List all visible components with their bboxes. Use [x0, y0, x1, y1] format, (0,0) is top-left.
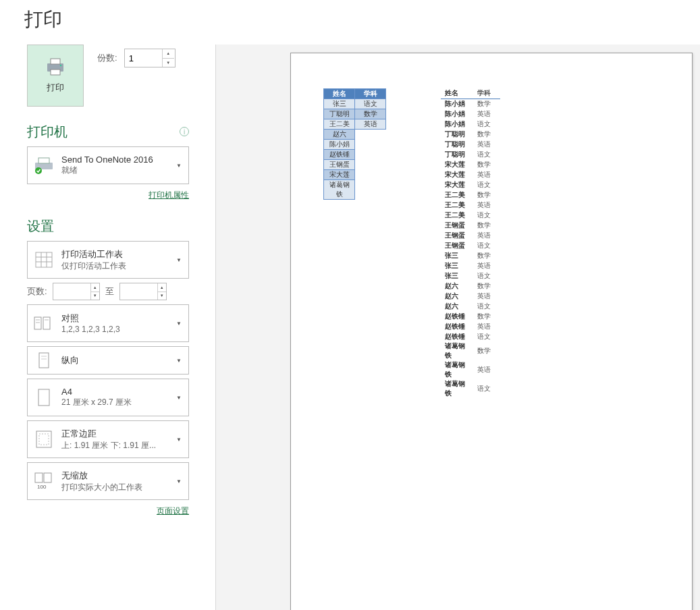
active-sheet-title: 打印活动工作表	[61, 248, 168, 260]
printer-device-icon	[33, 156, 55, 175]
print-active-sheets-dropdown[interactable]: 打印活动工作表 仅打印活动工作表 ▼	[27, 241, 189, 279]
printer-icon	[45, 58, 66, 78]
scaling-dropdown[interactable]: 100 无缩放 打印实际大小的工作表 ▼	[27, 462, 189, 500]
settings-section-title: 设置	[27, 217, 189, 235]
orientation-title: 纵向	[61, 354, 168, 366]
svg-rect-12	[34, 317, 41, 329]
print-button[interactable]: 打印	[27, 45, 84, 107]
copies-spinner[interactable]: ▲ ▼	[124, 49, 176, 67]
copies-down[interactable]: ▼	[163, 58, 174, 67]
svg-rect-17	[39, 353, 49, 368]
chevron-down-icon: ▼	[175, 395, 183, 401]
chevron-down-icon: ▼	[175, 257, 183, 263]
margins-title: 正常边距	[61, 428, 168, 440]
svg-point-6	[35, 167, 42, 174]
preview-page: 姓名学科张三语文丁聪明数学王二美英语赵六陈小娟赵铁锤王钢蛋宋大莲诸葛钢铁 姓名学…	[290, 53, 693, 610]
page-setup-link[interactable]: 页面设置	[157, 505, 189, 517]
pages-from-spinner[interactable]: ▲▼	[53, 283, 100, 300]
pf-down[interactable]: ▼	[91, 292, 99, 300]
chevron-down-icon: ▼	[175, 163, 183, 169]
paper-icon	[33, 389, 55, 406]
svg-rect-24	[44, 473, 51, 482]
preview-table-right: 姓名学科陈小娟数学陈小娟英语陈小娟语文丁聪明数学丁聪明英语丁聪明语文宋大莲数学宋…	[441, 88, 500, 398]
margins-icon	[33, 431, 55, 448]
pages-from-input[interactable]	[53, 283, 90, 300]
pt-up[interactable]: ▲	[158, 283, 166, 292]
pages-to-input[interactable]	[120, 283, 157, 300]
paper-sub: 21 厘米 x 29.7 厘米	[61, 397, 168, 408]
svg-rect-23	[35, 473, 43, 482]
printer-dropdown[interactable]: Send To OneNote 2016 就绪 ▼	[27, 146, 189, 184]
scaling-sub: 打印实际大小的工作表	[61, 482, 168, 493]
svg-rect-5	[38, 158, 49, 163]
page-title: 打印	[0, 0, 700, 45]
active-sheet-sub: 仅打印活动工作表	[61, 260, 168, 272]
printer-status: 就绪	[61, 165, 168, 176]
collate-title: 对照	[61, 312, 168, 325]
portrait-icon	[33, 352, 55, 368]
paper-title: A4	[61, 387, 168, 397]
svg-point-3	[60, 64, 61, 65]
svg-text:100: 100	[37, 484, 47, 490]
print-button-label: 打印	[47, 82, 64, 94]
worksheet-icon	[33, 252, 55, 268]
svg-rect-20	[38, 389, 49, 406]
collate-sub: 1,2,3 1,2,3 1,2,3	[61, 325, 168, 334]
chevron-down-icon: ▼	[175, 478, 183, 484]
printer-section-title: 打印机 i	[27, 123, 189, 141]
copies-up[interactable]: ▲	[163, 49, 174, 58]
svg-rect-2	[51, 70, 60, 75]
pages-label: 页数:	[27, 285, 47, 298]
collate-icon	[33, 315, 55, 331]
pages-to-label: 至	[105, 285, 114, 298]
printer-name: Send To OneNote 2016	[61, 155, 168, 165]
svg-rect-1	[51, 59, 60, 64]
chevron-down-icon: ▼	[175, 358, 183, 364]
svg-rect-7	[36, 252, 52, 267]
scaling-icon: 100	[33, 472, 55, 490]
printer-properties-link[interactable]: 打印机属性	[149, 190, 189, 201]
margins-sub: 上: 1.91 厘米 下: 1.91 厘...	[61, 440, 168, 451]
margins-dropdown[interactable]: 正常边距 上: 1.91 厘米 下: 1.91 厘... ▼	[27, 420, 189, 458]
pages-to-spinner[interactable]: ▲▼	[119, 283, 167, 300]
orientation-dropdown[interactable]: 纵向 ▼	[27, 346, 189, 375]
print-preview-panel: 姓名学科张三语文丁聪明数学王二美英语赵六陈小娟赵铁锤王钢蛋宋大莲诸葛钢铁 姓名学…	[216, 45, 700, 610]
pt-down[interactable]: ▼	[158, 292, 166, 300]
copies-label: 份数:	[97, 52, 117, 64]
copies-input[interactable]	[125, 49, 162, 67]
chevron-down-icon: ▼	[175, 321, 183, 327]
svg-rect-13	[43, 317, 50, 329]
chevron-down-icon: ▼	[175, 437, 183, 443]
pf-up[interactable]: ▲	[91, 283, 99, 292]
collate-dropdown[interactable]: 对照 1,2,3 1,2,3 1,2,3 ▼	[27, 304, 189, 342]
info-icon[interactable]: i	[180, 127, 189, 136]
scaling-title: 无缩放	[61, 470, 168, 482]
paper-size-dropdown[interactable]: A4 21 厘米 x 29.7 厘米 ▼	[27, 379, 189, 416]
preview-table-left: 姓名学科张三语文丁聪明数学王二美英语赵六陈小娟赵铁锤王钢蛋宋大莲诸葛钢铁	[323, 88, 386, 200]
